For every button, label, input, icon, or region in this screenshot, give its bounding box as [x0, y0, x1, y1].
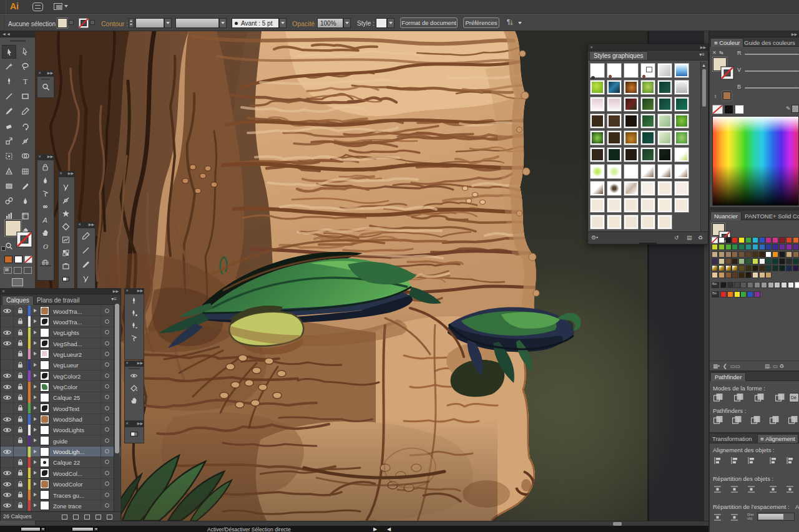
svg-text:O: O [43, 243, 48, 250]
svg-text:T: T [23, 77, 28, 85]
svg-text:A: A [42, 216, 47, 224]
